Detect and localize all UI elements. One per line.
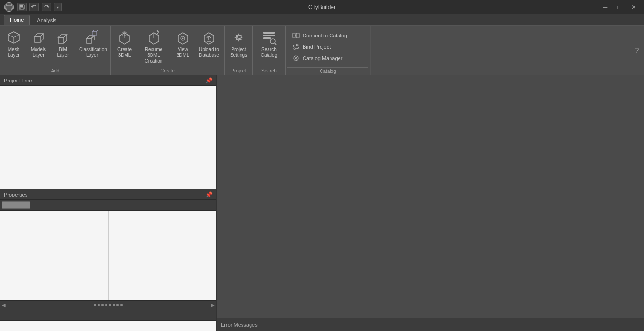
bottom-info-header bbox=[0, 310, 216, 321]
ribbon: MeshLayer ModelsLayer bbox=[0, 26, 644, 75]
ribbon-section-catalog: Connect to Catalog Bind Project bbox=[286, 26, 371, 75]
app-logo bbox=[4, 2, 14, 12]
models-layer-button[interactable]: ModelsLayer bbox=[27, 27, 50, 62]
ribbon-section-project: ProjectSettings Project bbox=[225, 26, 253, 75]
tab-home[interactable]: Home bbox=[4, 15, 30, 25]
add-items: MeshLayer ModelsLayer bbox=[2, 27, 108, 66]
search-catalog-icon bbox=[261, 30, 277, 45]
catalog-manager-icon bbox=[292, 54, 300, 62]
redo-button[interactable] bbox=[42, 3, 51, 11]
title-bar-left: ▾ bbox=[4, 2, 62, 12]
svg-marker-26 bbox=[92, 30, 98, 32]
svg-rect-21 bbox=[87, 38, 91, 43]
ribbon-section-search: SearchCatalog Search bbox=[253, 26, 286, 75]
search-catalog-button[interactable]: SearchCatalog bbox=[255, 27, 283, 62]
left-panel: Project Tree 📌 Properties 📌 ◀ bbox=[0, 75, 217, 331]
svg-point-49 bbox=[296, 44, 298, 46]
window-controls: ─ □ ✕ bbox=[599, 2, 640, 12]
project-tree-pin[interactable]: 📌 bbox=[206, 77, 213, 84]
quick-access-dropdown[interactable]: ▾ bbox=[54, 3, 62, 11]
connect-to-catalog-label: Connect to Catalog bbox=[303, 33, 347, 38]
classification-layer-label: ClassificationLayer bbox=[79, 47, 105, 58]
properties-header: Properties 📌 bbox=[0, 189, 216, 200]
classification-layer-button[interactable]: ClassificationLayer bbox=[76, 27, 108, 62]
main-area: Project Tree 📌 Properties 📌 ◀ bbox=[0, 75, 644, 331]
dot-5 bbox=[109, 304, 111, 306]
project-section-label: Project bbox=[227, 67, 250, 75]
svg-line-15 bbox=[40, 39, 43, 42]
properties-filter-button[interactable] bbox=[2, 201, 30, 209]
svg-rect-25 bbox=[92, 32, 96, 36]
properties-panel: Properties 📌 ◀ bbox=[0, 189, 216, 310]
help-button[interactable]: ? bbox=[630, 26, 644, 75]
properties-expand-left[interactable]: ◀ bbox=[2, 303, 6, 308]
tab-analysis[interactable]: Analysis bbox=[31, 15, 63, 25]
models-layer-icon bbox=[31, 30, 46, 45]
close-button[interactable]: ✕ bbox=[627, 2, 640, 12]
bind-project-label: Bind Project bbox=[303, 44, 331, 50]
svg-line-18 bbox=[64, 35, 67, 37]
properties-dots bbox=[94, 304, 123, 306]
bottom-info-panel bbox=[0, 310, 216, 331]
svg-rect-46 bbox=[293, 33, 295, 38]
svg-rect-47 bbox=[296, 33, 299, 38]
create-3dml-icon bbox=[117, 30, 132, 45]
catalog-items: Connect to Catalog Bind Project bbox=[287, 27, 368, 66]
mesh-layer-label: MeshLayer bbox=[8, 47, 19, 58]
restore-button[interactable]: □ bbox=[613, 2, 626, 12]
bind-project-button[interactable]: Bind Project bbox=[289, 42, 350, 52]
dot-3 bbox=[101, 304, 104, 306]
svg-rect-5 bbox=[20, 8, 23, 9]
dot-4 bbox=[105, 304, 107, 306]
view-3dml-button[interactable]: View3DML bbox=[171, 27, 195, 62]
center-area: Error Messages bbox=[217, 75, 644, 331]
project-tree-header: Project Tree 📌 bbox=[0, 75, 216, 86]
properties-pin[interactable]: 📌 bbox=[206, 191, 213, 198]
properties-title: Properties bbox=[4, 192, 27, 197]
properties-expand-right[interactable]: ▶ bbox=[211, 303, 215, 308]
bind-icon bbox=[292, 43, 300, 51]
bottom-info-content bbox=[0, 321, 216, 331]
upload-database-button[interactable]: Upload toDatabase bbox=[196, 27, 223, 62]
svg-point-40 bbox=[237, 36, 240, 39]
upload-database-icon bbox=[201, 30, 216, 45]
mesh-layer-button[interactable]: MeshLayer bbox=[2, 27, 26, 62]
svg-line-20 bbox=[64, 40, 67, 43]
save-button[interactable] bbox=[17, 3, 27, 11]
properties-left-pane bbox=[0, 211, 109, 300]
ribbon-section-create: Create3DML Resume 3DMLCreation bbox=[111, 26, 225, 75]
project-items: ProjectSettings bbox=[227, 27, 250, 66]
svg-rect-16 bbox=[58, 37, 64, 43]
ribbon-section-add: MeshLayer ModelsLayer bbox=[0, 26, 111, 75]
view-3dml-icon bbox=[175, 30, 190, 45]
project-settings-button[interactable]: ProjectSettings bbox=[227, 27, 250, 62]
project-tree-panel: Project Tree 📌 bbox=[0, 75, 216, 189]
svg-point-50 bbox=[294, 48, 295, 50]
dot-1 bbox=[94, 304, 96, 306]
resume-3dml-button[interactable]: Resume 3DMLCreation bbox=[137, 27, 170, 62]
catalog-manager-label: Catalog Manager bbox=[303, 55, 342, 61]
undo-button[interactable] bbox=[29, 3, 39, 11]
minimize-button[interactable]: ─ bbox=[599, 2, 612, 12]
properties-content bbox=[0, 211, 216, 300]
bim-layer-button[interactable]: BIMLayer bbox=[51, 27, 75, 62]
catalog-manager-button[interactable]: Catalog Manager bbox=[289, 53, 350, 63]
app-title: CityBuilder bbox=[308, 4, 336, 10]
dot-2 bbox=[98, 304, 100, 306]
bim-layer-label: BIMLayer bbox=[57, 47, 69, 58]
connect-to-catalog-button[interactable]: Connect to Catalog bbox=[289, 30, 350, 41]
error-messages-bar: Error Messages bbox=[217, 318, 644, 331]
create-items: Create3DML Resume 3DMLCreation bbox=[113, 27, 223, 66]
upload-database-label: Upload toDatabase bbox=[199, 47, 219, 58]
view-3dml-label: View3DML bbox=[177, 47, 189, 58]
properties-toolbar bbox=[0, 200, 216, 211]
mesh-layer-icon bbox=[6, 30, 21, 45]
svg-line-13 bbox=[40, 34, 43, 36]
svg-rect-42 bbox=[263, 35, 275, 36]
viewport bbox=[217, 75, 644, 318]
create-3dml-button[interactable]: Create3DML bbox=[113, 27, 136, 62]
properties-bottom-bar: ◀ ▶ bbox=[0, 300, 216, 310]
dot-8 bbox=[120, 304, 123, 306]
models-layer-label: ModelsLayer bbox=[31, 47, 46, 58]
project-settings-label: ProjectSettings bbox=[230, 47, 247, 58]
